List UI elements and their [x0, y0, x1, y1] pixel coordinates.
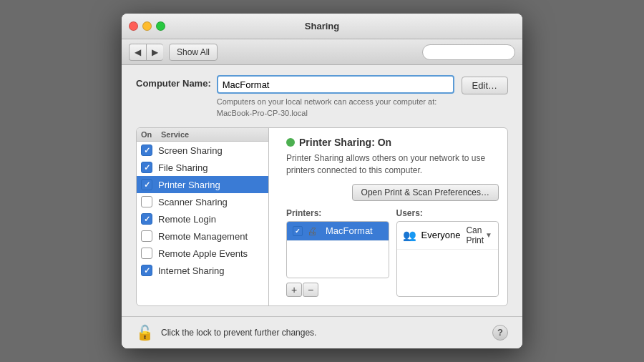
minimize-button[interactable]	[142, 21, 152, 31]
close-button[interactable]	[129, 21, 138, 31]
printer-name: MacFormat	[326, 225, 373, 236]
remote-apple-events-label: Remote Apple Events	[158, 248, 248, 259]
maximize-button[interactable]	[156, 21, 165, 31]
footer: 🔓 Click the lock to prevent further chan…	[122, 316, 522, 348]
sharing-title: Printer Sharing: On	[299, 137, 391, 148]
computer-name-input[interactable]	[217, 75, 454, 94]
users-label: Users:	[396, 208, 499, 218]
printer-sharing-checkbox[interactable]	[141, 179, 152, 190]
header-service: Service	[161, 130, 189, 139]
user-icon: 👥	[403, 229, 417, 242]
content-area: Computer Name: Computers on your local n…	[122, 65, 522, 315]
permission-label: Can Print	[466, 225, 485, 245]
status-dot	[286, 138, 295, 147]
traffic-lights	[129, 21, 165, 31]
printers-label: Printers:	[286, 208, 389, 218]
printer-icon: 🖨	[307, 225, 321, 237]
services-header: On Service	[137, 128, 268, 142]
permission-dropdown-arrow[interactable]: ▼	[485, 231, 492, 239]
scanner-sharing-checkbox[interactable]	[141, 196, 152, 207]
service-item-printer-sharing[interactable]: Printer Sharing	[137, 176, 268, 193]
service-item-scanner-sharing[interactable]: Scanner Sharing	[137, 193, 268, 210]
user-item-everyone[interactable]: 👥 Everyone Can Print ▼	[397, 222, 499, 250]
sharing-window: Sharing ◀ ▶ Show All Computer Name: Comp…	[122, 14, 522, 348]
nav-arrows: ◀ ▶	[129, 44, 163, 61]
screen-sharing-checkbox[interactable]	[141, 145, 152, 156]
internet-sharing-checkbox[interactable]	[141, 265, 152, 276]
service-item-internet-sharing[interactable]: Internet Sharing	[137, 262, 268, 279]
toolbar: ◀ ▶ Show All	[122, 39, 522, 65]
service-item-screen-sharing[interactable]: Screen Sharing	[137, 142, 268, 159]
printer-sharing-label: Printer Sharing	[158, 180, 220, 190]
remote-login-checkbox[interactable]	[141, 213, 152, 225]
printer-sharing-header: Printer Sharing: On	[286, 137, 499, 148]
titlebar: Sharing	[122, 14, 522, 39]
service-item-remote-management[interactable]: Remote Management	[137, 228, 268, 245]
help-button[interactable]: ?	[492, 325, 508, 341]
services-list: On Service Screen Sharing File Sharing P…	[137, 128, 269, 305]
main-panel: On Service Screen Sharing File Sharing P…	[136, 127, 508, 306]
printer-check[interactable]	[293, 226, 303, 236]
printers-list: 🖨 MacFormat	[286, 221, 389, 278]
remove-printer-button[interactable]: −	[303, 283, 318, 297]
remote-management-checkbox[interactable]	[141, 230, 152, 242]
right-panel: Printer Sharing: On Printer Sharing allo…	[278, 128, 507, 305]
lock-icon[interactable]: 🔓	[136, 324, 154, 341]
remote-login-label: Remote Login	[158, 214, 216, 225]
service-item-remote-login[interactable]: Remote Login	[137, 210, 268, 228]
file-sharing-label: File Sharing	[158, 162, 208, 173]
computer-name-help: Computers on your local network can acce…	[217, 97, 454, 119]
service-item-remote-apple-events[interactable]: Remote Apple Events	[137, 245, 268, 262]
remote-management-label: Remote Management	[158, 231, 248, 242]
printer-item-macformat[interactable]: 🖨 MacFormat	[287, 222, 389, 241]
open-prefs-button[interactable]: Open Print & Scan Preferences…	[352, 184, 499, 201]
forward-button[interactable]: ▶	[146, 44, 163, 61]
header-on: On	[141, 130, 161, 139]
add-printer-button[interactable]: +	[286, 283, 302, 297]
remote-apple-events-checkbox[interactable]	[141, 248, 152, 259]
service-item-file-sharing[interactable]: File Sharing	[137, 159, 268, 176]
edit-button[interactable]: Edit…	[462, 77, 508, 94]
file-sharing-checkbox[interactable]	[141, 162, 152, 173]
printers-section: Printers: 🖨 MacFormat + −	[286, 208, 389, 297]
users-list: 👥 Everyone Can Print ▼	[396, 221, 499, 297]
sharing-description: Printer Sharing allows others on your ne…	[286, 152, 499, 177]
users-section: Users: 👥 Everyone Can Print ▼	[396, 208, 499, 297]
back-button[interactable]: ◀	[129, 44, 146, 61]
screen-sharing-label: Screen Sharing	[158, 145, 223, 156]
internet-sharing-label: Internet Sharing	[158, 265, 225, 276]
show-all-button[interactable]: Show All	[169, 44, 218, 61]
lock-text: Click the lock to prevent further change…	[161, 328, 316, 338]
search-input[interactable]	[422, 44, 515, 60]
printers-users-row: Printers: 🖨 MacFormat + −	[286, 208, 499, 297]
user-name: Everyone	[421, 230, 461, 240]
printers-buttons: + −	[286, 283, 389, 297]
computer-name-row: Computer Name: Computers on your local n…	[136, 75, 508, 119]
computer-name-label: Computer Name:	[136, 75, 211, 89]
computer-name-section: Computers on your local network can acce…	[217, 75, 454, 119]
scanner-sharing-label: Scanner Sharing	[158, 197, 228, 207]
window-title: Sharing	[305, 21, 339, 31]
